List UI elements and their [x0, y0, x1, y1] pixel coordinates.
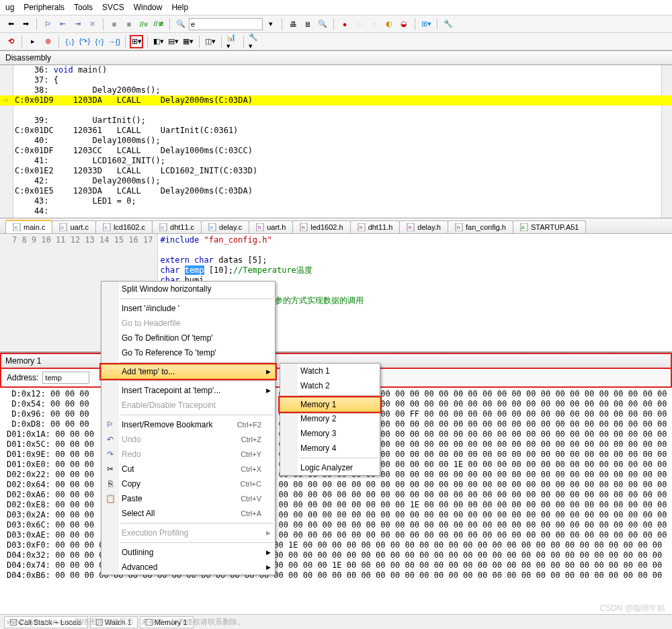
tab-uart.h[interactable]: huart.h [249, 220, 293, 233]
menu-item-Select All[interactable]: Select AllCtrl+A [101, 506, 275, 521]
bookmark-next-icon[interactable]: ⇥ [71, 17, 84, 31]
reset-icon[interactable]: ⟲ [4, 35, 17, 48]
menu-item-Copy[interactable]: ⎘CopyCtrl+C [101, 476, 275, 491]
cmd-icon[interactable]: ▤▾ [167, 35, 180, 48]
step-over-icon[interactable]: {↷} [78, 35, 91, 48]
menu-item-Memory 2[interactable]: Memory 2 [280, 411, 380, 426]
menu-item-Split Window horizontally[interactable]: Split Window horizontally [101, 282, 275, 296]
window-icon[interactable]: ⊞▾ [419, 17, 433, 31]
doc-icon[interactable]: 🗎 [301, 17, 314, 31]
watermark-footer: www.toymoban.com 网络图片仅做展示，未存储，如有侵权请联系删除。 [7, 617, 245, 627]
menu-item-Go to Headerfile: Go to Headerfile [101, 316, 275, 331]
menu-Tools[interactable]: Tools [74, 3, 93, 12]
menu-item-Undo: ↶UndoCtrl+Z [101, 432, 275, 447]
menu-item-Insert/Remove Bookmark[interactable]: 🏳Insert/Remove BookmarkCtrl+F2 [101, 417, 275, 432]
find-icon[interactable]: 🔍 [174, 17, 187, 31]
step-into-icon[interactable]: {↓} [63, 35, 77, 48]
dot5-icon[interactable]: ◒ [397, 17, 411, 31]
svg-text:c: c [15, 224, 17, 230]
menu-item-Memory 4[interactable]: Memory 4 [280, 441, 380, 456]
bookmark-icon[interactable]: 🏳 [41, 17, 54, 31]
context-menu[interactable]: Split Window horizontallyInsert '#includ… [101, 281, 276, 575]
dot2-icon[interactable]: ○ [353, 17, 366, 31]
menu-item-Cut[interactable]: ✂CutCtrl+X [101, 462, 275, 476]
menu-item-Outlining[interactable]: Outlining▶ [101, 545, 275, 560]
find-input[interactable] [189, 18, 263, 30]
address-label: Address: [7, 373, 38, 382]
dot3-icon[interactable]: ○ [368, 17, 381, 31]
menu-item-Memory 1[interactable]: Memory 1 [280, 397, 380, 412]
menu-item-Insert '#include <REGX52.H>'[interactable]: Insert '#include ' [101, 301, 275, 316]
menu-item-Memory 3[interactable]: Memory 3 [280, 426, 380, 441]
svg-text:c: c [61, 224, 64, 230]
svg-text:h: h [258, 224, 261, 230]
stop-icon[interactable]: ⊗ [41, 35, 54, 48]
disassembly-title: Disassembly [0, 50, 672, 65]
analyzer-icon[interactable]: 📊▾ [226, 35, 239, 48]
context-submenu[interactable]: Watch 1Watch 2Memory 1Memory 2Memory 3Me… [280, 363, 380, 476]
menu-SVCS[interactable]: SVCS [102, 3, 124, 12]
comment-icon[interactable]: //≡ [137, 17, 151, 31]
main-menubar[interactable]: ugPeripheralsToolsSVCSWindowHelp [0, 0, 672, 15]
menu-item-Redo: ↷RedoCtrl+Y [101, 447, 275, 462]
svg-text:A: A [521, 225, 525, 230]
tab-delay.h[interactable]: hdelay.h [399, 220, 448, 233]
disassembly-panel[interactable]: 36: void main() 37: { 38: Delay2000ms();… [0, 65, 672, 218]
bookmark-prev-icon[interactable]: ⇤ [56, 17, 69, 31]
print-icon[interactable]: 🖶 [286, 17, 300, 31]
indent-icon[interactable]: ≡ [108, 17, 121, 31]
tab-fan_config.h[interactable]: hfan_config.h [448, 220, 513, 233]
nav-back-icon[interactable]: ⬅ [4, 17, 17, 31]
menu-item-Insert Tracepoint at 'temp'...[interactable]: Insert Tracepoint at 'temp'...▶ [101, 383, 275, 398]
wrench-icon[interactable]: 🔧 [442, 17, 455, 31]
bookmark-clear-icon[interactable]: ⤫ [85, 17, 99, 31]
toolbar-1: ⬅ ➡ 🏳 ⇤ ⇥ ⤫ ≡ ≡ //≡ //≢ 🔍 ▾ 🖶 🗎 🔍 ● ○ ○ … [0, 15, 672, 33]
svg-text:c: c [161, 224, 164, 230]
file-tabbar[interactable]: cmain.ccuart.cclcd1602.ccdht11.ccdelay.c… [0, 218, 672, 234]
tab-lcd1602.c[interactable]: clcd1602.c [95, 220, 153, 233]
reg-icon[interactable]: ◧▾ [152, 35, 165, 48]
tab-delay.c[interactable]: cdelay.c [201, 220, 249, 233]
tab-main.c[interactable]: cmain.c [5, 220, 52, 233]
tab-uart.c[interactable]: cuart.c [52, 220, 96, 233]
menu-item-Execution Profiling: Execution Profiling▶ [101, 526, 275, 540]
perf-icon[interactable]: ▦▾ [181, 35, 195, 48]
find-dropdown-icon[interactable]: ▾ [264, 17, 278, 31]
svg-text:c: c [105, 224, 108, 230]
menu-item-Enable/Disable Tracepoint: Enable/Disable Tracepoint [101, 398, 275, 413]
dot1-icon[interactable]: ● [338, 17, 351, 31]
menu-item-Watch 1[interactable]: Watch 1 [280, 364, 380, 378]
menu-item-Watch 2[interactable]: Watch 2 [280, 378, 380, 393]
watermark: CSDN @咖喱年糕 [599, 603, 665, 614]
menu-item-Go To Definition Of 'temp'[interactable]: Go To Definition Of 'temp' [101, 331, 275, 345]
menu-item-Add 'temp' to...[interactable]: Add 'temp' to...▶ [101, 364, 276, 379]
toolbar-2: ⟲ ▸ ⊗ {↓} {↷} {↑} →{} ⊞▾ ◧▾ ▤▾ ▦▾ ◫▾ 📊▾ … [0, 33, 672, 50]
menu-item-Advanced[interactable]: Advanced▶ [101, 560, 275, 575]
tab-dht11.h[interactable]: hdht11.h [350, 220, 401, 233]
menu-item-Go To Reference To 'temp'[interactable]: Go To Reference To 'temp' [101, 345, 275, 360]
dot4-icon[interactable]: ◐ [382, 17, 396, 31]
menu-Help[interactable]: Help [171, 3, 188, 12]
svg-text:h: h [302, 224, 304, 230]
menu-ug[interactable]: ug [5, 3, 14, 12]
tab-led1602.h[interactable]: hled1602.h [292, 220, 350, 233]
step-out-icon[interactable]: {↑} [93, 35, 106, 48]
tab-dht11.c[interactable]: cdht11.c [152, 220, 202, 233]
tab-STARTUP.A51[interactable]: ASTARTUP.A51 [513, 220, 587, 233]
outdent-icon[interactable]: ≡ [122, 17, 136, 31]
menu-item-Logic Analyzer[interactable]: Logic Analyzer [280, 460, 380, 475]
svg-text:c: c [210, 224, 213, 230]
run-icon[interactable]: ▸ [26, 35, 40, 48]
menu-item-Paste[interactable]: 📋PasteCtrl+V [101, 491, 275, 506]
nav-fwd-icon[interactable]: ➡ [19, 17, 32, 31]
search-icon[interactable]: 🔍 [316, 17, 329, 31]
svg-text:h: h [409, 224, 411, 230]
uncomment-icon[interactable]: //≢ [152, 17, 165, 31]
serial-icon[interactable]: ◫▾ [204, 35, 217, 48]
run-to-cursor-icon[interactable]: →{} [108, 35, 121, 48]
menu-Window[interactable]: Window [134, 3, 163, 12]
tools-icon[interactable]: 🔧▾ [248, 35, 261, 48]
address-input[interactable] [42, 372, 89, 384]
menu-Peripherals[interactable]: Peripherals [24, 3, 65, 12]
disasm-window-icon[interactable]: ⊞▾ [130, 35, 143, 48]
